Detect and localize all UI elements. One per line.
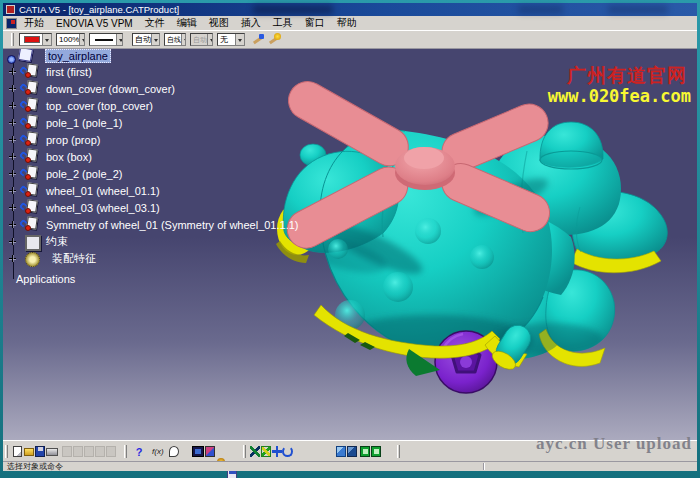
color-combo[interactable]	[19, 33, 52, 46]
menu-item-2[interactable]: 文件	[145, 16, 165, 30]
chevron-down-icon	[151, 34, 160, 45]
tree-item-applications[interactable]: Applications	[16, 273, 75, 285]
expander-plus-icon[interactable]	[9, 238, 16, 245]
tree-item[interactable]: down_cover (down_cover)	[3, 80, 175, 97]
app-icon	[6, 5, 15, 14]
watermark-site-url: www.020fea.com	[548, 86, 691, 106]
tree-item[interactable]: wheel_03 (wheel_03.1)	[3, 199, 160, 216]
tree-item-label[interactable]: Symmetry of wheel_01 (Symmetry of wheel_…	[46, 219, 299, 231]
monitor-icon[interactable]	[192, 446, 204, 457]
rotate-icon[interactable]	[282, 446, 293, 457]
expander-plus-icon[interactable]	[9, 136, 16, 143]
menu-bar: 开始ENOVIA V5 VPM文件编辑视图插入工具窗口帮助	[3, 16, 697, 30]
part-icon	[20, 98, 42, 113]
tree-item[interactable]: box (box)	[3, 148, 92, 165]
menu-item-0[interactable]: 开始	[24, 16, 44, 30]
help-icon[interactable]: ?	[133, 446, 145, 457]
thickness-value: 自动	[193, 35, 207, 45]
tree-item[interactable]: wheel_01 (wheel_01.1)	[3, 182, 160, 199]
tree-item[interactable]: first (first)	[3, 63, 92, 80]
tree-item[interactable]: pole_1 (pole_1)	[3, 114, 122, 131]
wireframe-cube-icon[interactable]	[347, 446, 357, 457]
fly-mode-icon[interactable]	[250, 446, 260, 457]
tree-root-label[interactable]: toy_airplane	[45, 49, 111, 63]
monitor-green-1-icon[interactable]	[360, 446, 370, 457]
tree-item[interactable]: 约束	[3, 233, 68, 250]
expander-plus-icon[interactable]	[9, 68, 16, 75]
title-bar[interactable]: CATIA V5 - [toy_airplane.CATProduct]	[3, 3, 697, 16]
part-icon	[20, 149, 42, 164]
menu-item-1[interactable]: ENOVIA V5 VPM	[56, 18, 133, 29]
toolbar-grip[interactable]	[124, 445, 127, 458]
new-document-icon[interactable]	[13, 446, 22, 457]
tree-item[interactable]: Symmetry of wheel_01 (Symmetry of wheel_…	[3, 216, 299, 233]
chat-bubble-icon[interactable]	[169, 446, 179, 457]
expander-plus-icon[interactable]	[9, 102, 16, 109]
line-weight-combo[interactable]	[89, 33, 123, 46]
shaded-cube-icon[interactable]	[336, 446, 346, 457]
tree-item-label[interactable]: prop (prop)	[46, 134, 100, 146]
expander-plus-icon[interactable]	[9, 170, 16, 177]
menu-item-6[interactable]: 工具	[273, 16, 293, 30]
toolbar-grip[interactable]	[397, 445, 400, 458]
tree-item-label[interactable]: pole_1 (pole_1)	[46, 117, 122, 129]
expander-plus-icon[interactable]	[9, 119, 16, 126]
expander-plus-icon[interactable]	[9, 221, 16, 228]
part-icon	[20, 200, 42, 215]
tree-item[interactable]: prop (prop)	[3, 131, 100, 148]
tree-item-label[interactable]: 约束	[46, 234, 68, 249]
open-folder-icon[interactable]	[24, 448, 34, 456]
pan-icon[interactable]	[272, 446, 282, 457]
chevron-down-icon	[79, 34, 85, 45]
catia-logo-icon	[6, 18, 17, 29]
opacity-combo[interactable]: 100%	[56, 33, 85, 46]
catia-window: CATIA V5 - [toy_airplane.CATProduct] 开始E…	[3, 3, 697, 471]
tree-item-label[interactable]: 装配特征	[52, 251, 96, 266]
tree-item[interactable]: top_cover (top_cover)	[3, 97, 153, 114]
tree-item-label[interactable]: first (first)	[46, 66, 92, 78]
function-icon[interactable]: f(x)	[152, 446, 166, 457]
menu-item-5[interactable]: 插入	[241, 16, 261, 30]
wizard-brush-icon[interactable]	[268, 33, 281, 46]
painter-icon[interactable]	[252, 33, 265, 46]
part-icon	[20, 217, 42, 232]
undo-disabled-icon	[95, 446, 105, 457]
toolbar-grip[interactable]	[11, 33, 14, 46]
line-type-combo[interactable]: 自动	[132, 33, 160, 46]
print-icon[interactable]	[46, 448, 58, 456]
monitor-green-2-icon[interactable]	[371, 446, 381, 457]
tree-item[interactable]: 装配特征	[3, 250, 96, 267]
save-icon[interactable]	[35, 446, 45, 457]
chevron-down-icon	[181, 34, 186, 45]
expander-plus-icon[interactable]	[9, 204, 16, 211]
toolbar-grip[interactable]	[243, 445, 246, 458]
fit-all-in-icon[interactable]	[261, 446, 271, 457]
expander-plus-icon[interactable]	[9, 153, 16, 160]
gear-dot-icon	[25, 72, 31, 78]
tree-item-label[interactable]: pole_2 (pole_2)	[46, 168, 122, 180]
tree-item-label[interactable]: wheel_01 (wheel_01.1)	[46, 185, 160, 197]
expander-plus-icon[interactable]	[9, 187, 16, 194]
tree-item-label[interactable]: down_cover (down_cover)	[46, 83, 175, 95]
tree-item-label[interactable]: box (box)	[46, 151, 92, 163]
status-message: 选择对象或命令	[3, 462, 63, 471]
3d-viewport[interactable]: toy_airplane Applications first (first)d…	[3, 49, 697, 440]
copy-disabled-icon	[73, 446, 83, 457]
expander-plus-icon[interactable]	[9, 85, 16, 92]
point-type-value: 自线	[167, 35, 181, 45]
gear-dot-icon	[25, 123, 31, 129]
tree-item[interactable]: pole_2 (pole_2)	[3, 165, 122, 182]
menu-item-4[interactable]: 视图	[209, 16, 229, 30]
tree-item-label[interactable]: top_cover (top_cover)	[46, 100, 153, 112]
part-icon	[20, 132, 42, 147]
menu-item-7[interactable]: 窗口	[305, 16, 325, 30]
cut-disabled-icon	[62, 446, 72, 457]
layer-combo[interactable]: 无	[217, 33, 245, 46]
menu-item-8[interactable]: 帮助	[337, 16, 357, 30]
point-type-combo[interactable]: 自线	[164, 33, 186, 46]
expander-plus-icon[interactable]	[9, 255, 16, 262]
link-icon[interactable]	[205, 446, 215, 457]
tree-item-label[interactable]: wheel_03 (wheel_03.1)	[46, 202, 160, 214]
menu-item-3[interactable]: 编辑	[177, 16, 197, 30]
toolbar-grip[interactable]	[5, 445, 8, 458]
